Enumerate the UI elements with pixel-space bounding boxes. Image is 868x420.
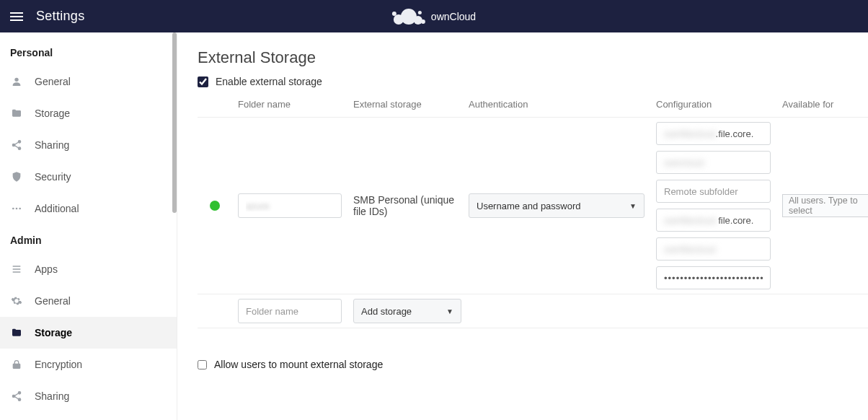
menu-toggle-icon[interactable] xyxy=(10,12,23,21)
add-storage-select[interactable]: Add storage ▼ xyxy=(353,299,461,323)
brand-text: ownCloud xyxy=(431,11,476,22)
sidebar-item-label: General xyxy=(35,76,71,87)
folder-icon xyxy=(10,108,23,119)
content: External Storage Enable external storage… xyxy=(177,32,868,420)
config-remote-subfolder-input[interactable] xyxy=(656,180,771,203)
gear-icon xyxy=(10,295,23,307)
sidebar-item-admin-sharing[interactable]: Sharing xyxy=(0,380,177,412)
svg-point-4 xyxy=(12,208,14,210)
config-stack: ownfilecloud.file.core. owncloud ownfile… xyxy=(656,122,771,289)
config-domain-input[interactable]: ownfilecloud.file.core. xyxy=(656,209,771,232)
dots-icon xyxy=(10,203,23,214)
share-icon xyxy=(10,390,23,402)
sidebar-item-admin-storage[interactable]: Storage xyxy=(0,317,177,349)
svg-point-6 xyxy=(19,208,21,210)
add-storage-select-label: Add storage xyxy=(361,306,412,317)
sidebar-section-personal: Personal xyxy=(0,37,177,66)
allow-user-mount-label: Allow users to mount external storage xyxy=(214,359,383,370)
col-auth: Authentication xyxy=(463,95,650,118)
sidebar-item-personal-general[interactable]: General xyxy=(0,66,177,97)
folder-icon xyxy=(10,327,23,338)
sidebar-item-label: Sharing xyxy=(35,390,69,402)
auth-select[interactable]: Username and password ▼ xyxy=(469,193,645,218)
sidebar-item-label: Sharing xyxy=(35,139,69,151)
sidebar-item-admin-apps[interactable]: Apps xyxy=(0,253,177,285)
available-for-input[interactable]: All users. Type to select xyxy=(782,194,868,217)
col-folder: Folder name xyxy=(232,95,347,118)
topbar: Settings ownCloud xyxy=(0,0,868,32)
chevron-down-icon: ▼ xyxy=(446,307,453,315)
svg-point-5 xyxy=(16,208,18,210)
shield-icon xyxy=(10,171,23,183)
lock-icon xyxy=(10,359,23,370)
sidebar-item-label: General xyxy=(35,295,71,307)
sidebar-item-label: Storage xyxy=(35,108,70,119)
sidebar-item-admin-general[interactable]: General xyxy=(0,285,177,317)
sidebar-item-personal-sharing[interactable]: Sharing xyxy=(0,129,177,161)
col-storage: External storage xyxy=(347,95,463,118)
page-title: External Storage xyxy=(198,48,868,67)
sidebar-item-label: Storage xyxy=(35,327,72,338)
add-folder-name-input[interactable] xyxy=(238,299,342,323)
sidebar-item-label: Apps xyxy=(35,263,58,275)
list-icon xyxy=(10,263,23,275)
user-icon xyxy=(10,76,23,87)
config-username-input[interactable]: ownfilecloud xyxy=(656,237,771,261)
allow-user-mount-checkbox[interactable] xyxy=(198,360,207,369)
sidebar-item-label: Encryption xyxy=(35,359,82,370)
status-ok-icon xyxy=(210,201,220,211)
sidebar-item-personal-additional[interactable]: Additional xyxy=(0,193,177,224)
enable-external-storage-label: Enable external storage xyxy=(216,76,322,87)
sidebar-item-label: Security xyxy=(35,171,71,183)
sidebar-item-personal-security[interactable]: Security xyxy=(0,161,177,193)
config-host-input[interactable]: ownfilecloud.file.core. xyxy=(656,122,771,145)
sidebar: Personal General Storage Sharing Securit… xyxy=(0,32,177,420)
sidebar-item-personal-storage[interactable]: Storage xyxy=(0,97,177,129)
mount-row: SMB Personal (unique file IDs) Username … xyxy=(198,118,868,294)
auth-select-value: Username and password xyxy=(477,201,581,211)
storage-type-label: SMB Personal (unique file IDs) xyxy=(347,118,463,294)
share-icon xyxy=(10,139,23,151)
config-password-input[interactable] xyxy=(656,266,771,289)
external-storage-table: Folder name External storage Authenticat… xyxy=(198,95,868,328)
available-for-placeholder: All users. Type to select xyxy=(789,196,868,216)
enable-external-storage-checkbox[interactable] xyxy=(198,76,208,87)
folder-name-input[interactable] xyxy=(238,193,342,218)
sidebar-item-admin-encryption[interactable]: Encryption xyxy=(0,349,177,380)
col-avail: Available for xyxy=(776,95,868,118)
topbar-title: Settings xyxy=(36,9,84,24)
sidebar-item-label: Additional xyxy=(35,203,79,214)
brand: ownCloud xyxy=(392,7,476,26)
sidebar-section-admin: Admin xyxy=(0,224,177,253)
add-mount-row: Add storage ▼ xyxy=(198,294,868,328)
svg-point-0 xyxy=(14,78,18,82)
chevron-down-icon: ▼ xyxy=(629,202,637,210)
col-config: Configuration xyxy=(650,95,776,118)
cloud-logo-icon xyxy=(392,7,425,26)
config-share-input[interactable]: owncloud xyxy=(656,151,771,174)
